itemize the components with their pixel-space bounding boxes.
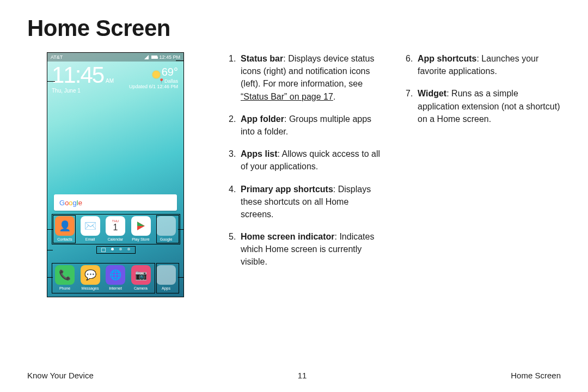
sun-icon xyxy=(152,71,160,78)
definition-number: 3. xyxy=(229,148,236,160)
callout-box-5 xyxy=(96,246,136,254)
definition-term: Widget xyxy=(418,89,446,98)
definition-number: 4. xyxy=(229,183,236,195)
weather-temp: 69° xyxy=(162,66,178,78)
definition-term: Apps list xyxy=(241,149,278,158)
definition-number: 2. xyxy=(229,113,236,125)
page-footer: Know Your Device 11 Home Screen xyxy=(27,371,561,380)
definition-number: 5. xyxy=(229,230,236,243)
mic-icon[interactable] xyxy=(166,199,171,206)
callout-box-6 xyxy=(53,215,76,243)
phone-mock: AT&T 12:45 PM 11:45 AM Thu, June 1 69° xyxy=(47,52,184,297)
definition-term: App shortcuts xyxy=(418,54,476,63)
page-title: Home Screen xyxy=(27,15,588,41)
weather-updated: Updated 6/1 12:46 PM xyxy=(129,84,178,89)
footer-section: Know Your Device xyxy=(27,371,94,380)
definition-item: 2.App folder: Groups multiple apps into … xyxy=(229,113,384,138)
footer-topic: Home Screen xyxy=(511,371,561,380)
status-right-cluster: 12:45 PM xyxy=(144,54,180,60)
annotated-phone-figure: AT&T 12:45 PM 11:45 AM Thu, June 1 69° xyxy=(27,52,207,297)
definition-item: 4.Primary app shortcuts: Displays these … xyxy=(229,183,384,221)
main-content: AT&T 12:45 PM 11:45 AM Thu, June 1 69° xyxy=(27,52,561,297)
definition-term: Status bar xyxy=(241,54,283,63)
definition-item: 1.Status bar: Displays device status ico… xyxy=(229,52,384,103)
definition-term: Home screen indicator xyxy=(241,232,335,241)
callout-box-4 xyxy=(52,263,155,293)
definitions-column-1: 1.Status bar: Displays device status ico… xyxy=(229,52,384,297)
carrier-label: AT&T xyxy=(51,54,63,60)
clock-ampm: AM xyxy=(106,78,114,84)
weather-location: 📍Dallas xyxy=(129,78,178,84)
google-search-bar[interactable]: Google xyxy=(54,194,177,211)
clock-widget[interactable]: 11:45 AM Thu, June 1 xyxy=(52,64,114,94)
cross-reference-link[interactable]: “Status Bar” on page 17 xyxy=(241,92,333,101)
definition-number: 7. xyxy=(406,87,413,100)
weather-widget[interactable]: 69° 📍Dallas Updated 6/1 12:46 PM xyxy=(129,66,178,89)
definition-number: 1. xyxy=(229,52,236,65)
definition-number: 6. xyxy=(406,52,413,65)
google-logo: Google xyxy=(59,199,82,207)
statusbar-time: 12:45 PM xyxy=(159,54,180,60)
definition-item: 6.App shortcuts: Launches your favorite … xyxy=(406,52,561,77)
clock-date: Thu, June 1 xyxy=(52,88,114,94)
status-bar: AT&T 12:45 PM xyxy=(47,53,183,62)
definition-item: 3.Apps list: Allows quick access to all … xyxy=(229,148,384,173)
callout-box-2 xyxy=(156,215,179,243)
definition-item: 5.Home screen indicator: Indicates which… xyxy=(229,230,384,268)
battery-icon xyxy=(151,56,157,59)
signal-icon xyxy=(144,55,150,59)
definition-item: 7.Widget: Runs as a simple application e… xyxy=(406,87,561,125)
callout-box-3 xyxy=(156,263,179,293)
definition-term: App folder xyxy=(241,114,284,124)
clock-time: 11:45 xyxy=(52,64,103,87)
definition-columns: 1.Status bar: Displays device status ico… xyxy=(229,52,561,297)
definition-term: Primary app shortcuts xyxy=(241,185,333,194)
definitions-column-2: 6.App shortcuts: Launches your favorite … xyxy=(406,52,561,297)
footer-page-number: 11 xyxy=(298,371,307,380)
